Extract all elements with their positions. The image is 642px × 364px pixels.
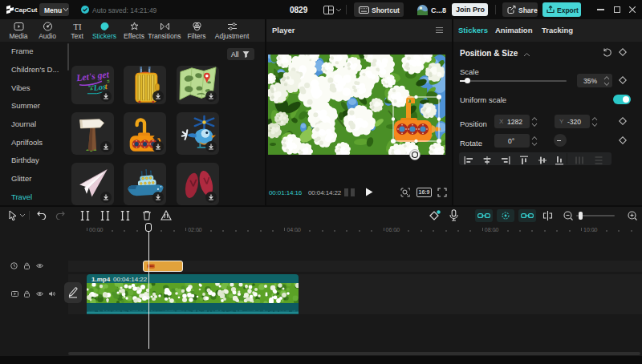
svg-text:t: t [104,82,108,91]
svg-text:TI: TI [73,22,82,31]
